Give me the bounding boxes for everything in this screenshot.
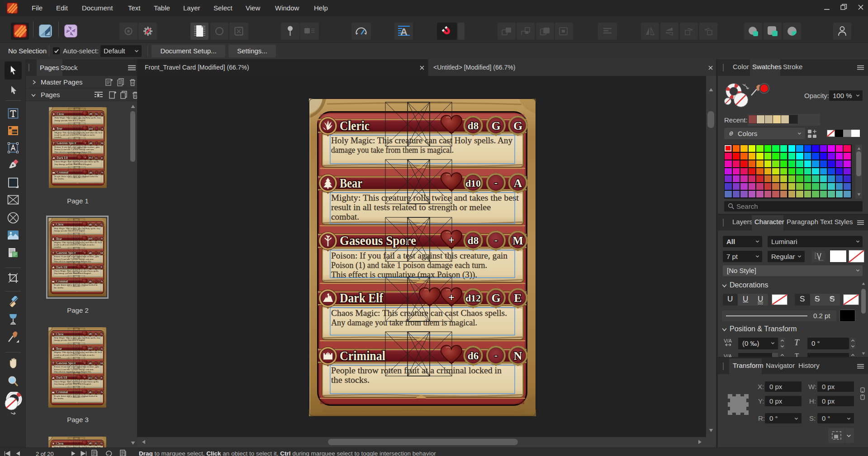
svg-text:V/A: V/A [724, 338, 732, 343]
svg-text:A: A [400, 26, 408, 38]
